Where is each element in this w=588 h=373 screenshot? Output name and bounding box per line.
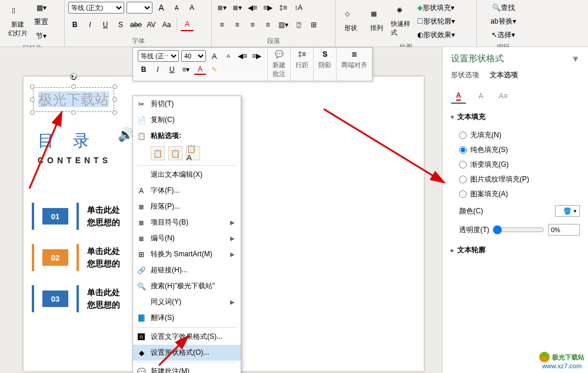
float-font-size[interactable]: 40 [181, 50, 206, 62]
shrink-font-button[interactable]: A [170, 1, 183, 14]
fill-none-radio[interactable]: 无填充(N) [451, 128, 580, 143]
clear-format-button[interactable]: A [185, 1, 198, 14]
float-shadow[interactable]: S 阴影 [314, 48, 337, 81]
underline-button[interactable]: U [99, 18, 112, 31]
find-button[interactable]: 🔍查找 [480, 1, 526, 14]
float-indent-inc[interactable]: ≡▶ [251, 51, 263, 61]
shape-effects-button[interactable]: ◐形状效果▾ [417, 28, 455, 41]
indent-dec-button[interactable]: ◀≡ [246, 1, 259, 14]
columns-button[interactable]: ▥▾ [277, 18, 290, 31]
ctx-bullets[interactable]: ≣项目符号(B)▶ [133, 214, 241, 230]
bullets-button[interactable]: ≣▾ [215, 1, 228, 14]
ctx-cut[interactable]: ✂剪切(T) [133, 96, 241, 112]
float-justify[interactable]: ≣ 两端对齐 [337, 48, 372, 81]
resize-handle-sw[interactable] [30, 110, 35, 115]
ctx-translate[interactable]: 📘翻译(S) [133, 310, 241, 326]
resize-handle-s[interactable] [71, 110, 76, 115]
align-center-button[interactable]: ≡ [231, 18, 244, 31]
paste-text-only[interactable]: 📋A [186, 146, 200, 160]
align-text-button[interactable]: ⍰ [292, 18, 305, 31]
text-direction-button[interactable]: ↕A [292, 1, 305, 14]
ctx-numbering[interactable]: ≣编号(N)▶ [133, 230, 241, 246]
char-spacing-button[interactable]: AV [145, 18, 158, 31]
quick-styles-button[interactable]: ◉快速样式 [391, 4, 414, 39]
select-button[interactable]: ↖选择▾ [480, 28, 526, 41]
ctx-paragraph[interactable]: ≣段落(P)... [133, 199, 241, 214]
ctx-synonym[interactable]: 同义词(Y)▶ [133, 294, 241, 310]
arrange-button[interactable]: ▦排列 [365, 4, 388, 39]
float-shrink-font[interactable]: A [222, 51, 234, 61]
textbox-icon[interactable]: A≡ [496, 88, 511, 104]
align-right-button[interactable]: ≡ [246, 18, 259, 31]
fill-pattern-radio[interactable]: 图案填充(A) [451, 187, 580, 202]
layout-button[interactable]: ▦▾ [34, 1, 48, 14]
paste-keep-source[interactable]: 📋 [151, 146, 165, 160]
rotate-handle[interactable]: ↻ [70, 73, 77, 80]
text-shadow-button[interactable]: S [114, 18, 127, 31]
float-align[interactable]: ≡▾ [180, 64, 192, 75]
change-case-button[interactable]: Aa [160, 18, 173, 31]
section-button[interactable]: 节▾ [34, 29, 48, 42]
float-highlight[interactable]: ✎ [208, 64, 220, 75]
resize-handle-e[interactable] [112, 97, 117, 102]
watermark-url[interactable]: www.xz7.com [542, 362, 582, 369]
fill-picture-radio[interactable]: 图片或纹理填充(P) [451, 172, 580, 187]
textbox-text-selected[interactable]: 极光下载站 [33, 87, 114, 112]
float-grow-font[interactable]: A [208, 51, 220, 61]
ctx-new-comment[interactable]: 💬新建批注(M) [133, 364, 241, 373]
resize-handle-ne[interactable] [112, 84, 117, 89]
reset-button[interactable]: 重置 [34, 15, 48, 28]
numbering-button[interactable]: ≣▾ [231, 1, 244, 14]
shape-outline-button[interactable]: ☐形状轮廓▾ [417, 15, 455, 28]
align-justify-button[interactable]: ≡ [261, 18, 274, 31]
color-picker-button[interactable]: 🪣 [555, 205, 580, 217]
font-family-select[interactable]: 等线 (正文) [68, 2, 124, 14]
line-spacing-button[interactable]: ‡≡ [277, 1, 290, 14]
transparency-input[interactable] [548, 224, 580, 236]
float-bold[interactable]: B [138, 64, 150, 75]
ctx-search[interactable]: 🔍搜索(H)"极光下载站" [133, 278, 241, 294]
ctx-smartart[interactable]: ⊞转换为 SmartArt(M)▶ [133, 246, 241, 262]
font-color-button[interactable]: A [181, 18, 194, 31]
grow-font-button[interactable]: A [155, 1, 168, 14]
selected-textbox[interactable]: ↻ 极光下载站 [33, 87, 114, 112]
text-fill-outline-icon[interactable]: A [451, 88, 466, 104]
shapes-button[interactable]: ◇形状 [339, 4, 363, 39]
float-font-family[interactable]: 等线 (正⋯ [138, 50, 179, 62]
audio-icon[interactable]: 🔊 [118, 127, 134, 143]
resize-handle-w[interactable] [30, 97, 35, 102]
tab-text-options[interactable]: 文本选项 [490, 70, 518, 80]
tab-shape-options[interactable]: 形状选项 [451, 70, 479, 80]
smartart-button[interactable]: ⊞ [307, 18, 320, 31]
ctx-hyperlink[interactable]: 🔗超链接(H)... [133, 262, 241, 278]
float-indent-dec[interactable]: ◀≡ [237, 51, 248, 61]
ctx-exit-edit[interactable]: 退出文本编辑(X) [133, 167, 241, 183]
align-left-button[interactable]: ≡ [215, 18, 228, 31]
resize-handle-se[interactable] [112, 110, 117, 115]
resize-handle-nw[interactable] [30, 84, 35, 89]
font-size-select[interactable] [127, 2, 152, 14]
float-new-comment[interactable]: 💬 新建 批注 [268, 48, 291, 81]
paste-merge[interactable]: 📋 [168, 146, 182, 160]
transparency-slider[interactable] [493, 225, 544, 235]
fill-solid-radio[interactable]: 纯色填充(S) [451, 143, 580, 157]
panel-menu-button[interactable]: ▼ [571, 54, 580, 64]
ctx-font[interactable]: A字体(F)... [133, 183, 241, 199]
replace-button[interactable]: ab替换▾ [480, 15, 526, 28]
section-text-outline[interactable]: ▸文本轮廓 [451, 245, 580, 255]
ctx-copy[interactable]: 📄复制(C) [133, 112, 241, 128]
shape-fill-button[interactable]: ◆形状填充▾ [417, 1, 455, 14]
bold-button[interactable]: B [68, 18, 81, 31]
strike-button[interactable]: abe [129, 18, 142, 31]
new-slide-button[interactable]: ▯ 新建 幻灯片 [4, 4, 32, 39]
text-effects-icon[interactable]: A [473, 88, 489, 104]
float-underline[interactable]: U [166, 64, 178, 75]
section-text-fill[interactable]: ▾文本填充 [451, 112, 580, 122]
ctx-shape-format[interactable]: ◆设置形状格式(O)... [133, 345, 241, 361]
fill-gradient-radio[interactable]: 渐变填充(G) [451, 157, 580, 172]
float-linespace[interactable]: ‡≡ 行距 [291, 48, 314, 81]
float-italic[interactable]: I [152, 64, 164, 75]
indent-inc-button[interactable]: ≡▶ [261, 1, 274, 14]
resize-handle-n[interactable] [71, 84, 76, 89]
float-font-color[interactable]: A [194, 64, 206, 75]
